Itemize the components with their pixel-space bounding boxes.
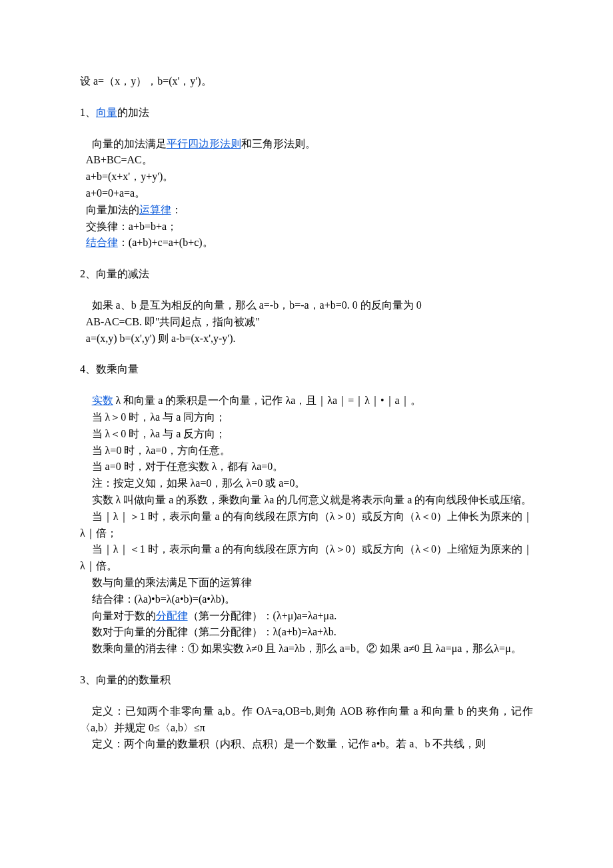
sec4-l14: 数乘向量的消去律：① 如果实数 λ≠0 且 λa=λb，那么 a=b。② 如果 …: [80, 641, 533, 657]
sec1-l4: a+0=0+a=a。: [80, 185, 533, 202]
section-2-title: 2、向量的减法: [80, 266, 533, 283]
sec1-l1-post: 和三角形法则。: [241, 138, 316, 149]
sec4-l12-post: （第一分配律）：(λ+μ)a=λa+μa.: [188, 610, 337, 621]
sec4-l13: 数对于向量的分配律（第二分配律）：λ(a+b)=λa+λb.: [80, 624, 533, 641]
document-page: 设 a=（x，y），b=(x'，y')。 1、向量的加法 向量的加法满足平行四边…: [0, 0, 613, 868]
sec1-num: 1、: [80, 107, 96, 118]
section-3-body: 定义：已知两个非零向量 a,b。作 OA=a,OB=b,则角 AOB 称作向量 …: [80, 703, 533, 753]
section-3-title: 3、向量的的数量积: [80, 672, 533, 689]
sec1-l5-pre: 向量加法的: [86, 204, 139, 215]
link-parallelogram-rule[interactable]: 平行四边形法则: [167, 138, 241, 149]
sec4-l7: 实数 λ 叫做向量 a 的系数，乘数向量 λa 的几何意义就是将表示向量 a 的…: [80, 492, 533, 509]
link-real-number[interactable]: 实数: [92, 395, 113, 406]
sec3-l1: 定义：已知两个非零向量 a,b。作 OA=a,OB=b,则角 AOB 称作向量 …: [80, 703, 533, 737]
sec2-title-text: 2、向量的减法: [80, 266, 533, 283]
sec4-l9: 当｜λ｜＜1 时，表示向量 a 的有向线段在原方向（λ＞0）或反方向（λ＜0）上…: [80, 541, 533, 575]
sec2-l2: AB-AC=CB. 即"共同起点，指向被减": [80, 314, 533, 331]
sec4-l3: 当 λ＜0 时，λa 与 a 反方向；: [80, 426, 533, 443]
sec4-l1-post: λ 和向量 a 的乘积是一个向量，记作 λa，且｜λa｜=｜λ｜•｜a｜。: [113, 395, 421, 406]
sec3-title-text: 3、向量的的数量积: [80, 672, 533, 689]
sec4-l11: 结合律：(λa)•b=λ(a•b)=(a•λb)。: [80, 591, 533, 608]
sec1-l5-post: ：: [171, 204, 182, 215]
section-2-body: 如果 a、b 是互为相反的向量，那么 a=-b，b=-a，a+b=0. 0 的反…: [80, 297, 533, 347]
sec4-l4: 当 λ=0 时，λa=0，方向任意。: [80, 443, 533, 459]
sec1-l3: a+b=(x+x'，y+y')。: [80, 169, 533, 185]
sec1-l6: 交换律：a+b=b+a；: [80, 219, 533, 235]
sec3-l2: 定义：两个向量的数量积（内积、点积）是一个数量，记作 a•b。若 a、b 不共线…: [80, 736, 533, 753]
sec4-l8: 当｜λ｜＞1 时，表示向量 a 的有向线段在原方向（λ＞0）或反方向（λ＜0）上…: [80, 509, 533, 542]
sec4-l6: 注：按定义知，如果 λa=0，那么 λ=0 或 a=0。: [80, 475, 533, 492]
link-associative-law[interactable]: 结合律: [86, 237, 118, 248]
link-distributive-law[interactable]: 分配律: [156, 610, 188, 621]
sec1-l2: AB+BC=AC。: [80, 152, 533, 169]
section-1-body: 向量的加法满足平行四边形法则和三角形法则。 AB+BC=AC。 a+b=(x+x…: [80, 136, 533, 252]
sec2-l1: 如果 a、b 是互为相反的向量，那么 a=-b，b=-a，a+b=0. 0 的反…: [80, 297, 533, 314]
sec1-title-after: 的加法: [117, 107, 149, 118]
section-4-body: 实数 λ 和向量 a 的乘积是一个向量，记作 λa，且｜λa｜=｜λ｜•｜a｜。…: [80, 393, 533, 657]
sec4-l12-pre: 向量对于数的: [92, 610, 156, 621]
intro-line: 设 a=（x，y），b=(x'，y')。: [80, 73, 533, 90]
sec4-l2: 当 λ＞0 时，λa 与 a 同方向；: [80, 409, 533, 426]
section-4-title: 4、数乘向量: [80, 361, 533, 378]
sec4-l10: 数与向量的乘法满足下面的运算律: [80, 575, 533, 591]
link-operation-laws[interactable]: 运算律: [139, 204, 171, 215]
section-1-title: 1、向量的加法: [80, 105, 533, 121]
sec4-l5: 当 a=0 时，对于任意实数 λ，都有 λa=0。: [80, 459, 533, 475]
sec1-l1-pre: 向量的加法满足: [92, 138, 167, 149]
link-vector[interactable]: 向量: [96, 107, 117, 118]
sec2-l3: a=(x,y) b=(x',y') 则 a-b=(x-x',y-y').: [80, 331, 533, 347]
sec1-l7-post: ：(a+b)+c=a+(b+c)。: [118, 237, 213, 248]
intro-block: 设 a=（x，y），b=(x'，y')。: [80, 73, 533, 90]
sec4-title-text: 4、数乘向量: [80, 361, 533, 378]
